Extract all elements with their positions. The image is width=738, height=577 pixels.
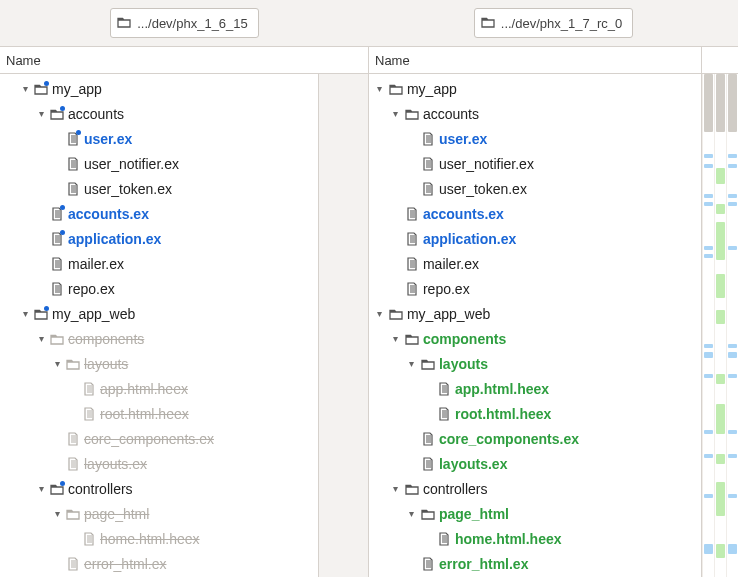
- tree-row[interactable]: ▸mailer.ex: [0, 251, 318, 276]
- right-path-selector[interactable]: .../dev/phx_1_7_rc_0: [474, 8, 633, 38]
- chevron-down-icon[interactable]: ▾: [389, 108, 403, 119]
- tree-row[interactable]: ▸app.html.heex: [0, 376, 318, 401]
- chevron-down-icon[interactable]: ▾: [389, 333, 403, 344]
- file-icon: [403, 282, 421, 296]
- chevron-down-icon[interactable]: ▾: [34, 108, 48, 119]
- file-icon: [64, 132, 82, 146]
- tree-item-label: accounts.ex: [421, 206, 504, 222]
- tree-row[interactable]: ▾my_app: [0, 76, 318, 101]
- tree-row[interactable]: ▾page_html: [0, 501, 318, 526]
- chevron-down-icon[interactable]: ▾: [34, 333, 48, 344]
- tree-row[interactable]: ▾accounts: [0, 101, 318, 126]
- minimap-block: [728, 194, 737, 198]
- folder-icon: [419, 508, 437, 520]
- tree-row[interactable]: ▸error_html.ex: [0, 551, 318, 576]
- minimap-block: [704, 544, 713, 554]
- tree-row[interactable]: ▸user.ex: [0, 126, 318, 151]
- tree-row[interactable]: ▾controllers: [0, 476, 318, 501]
- tree-row[interactable]: ▸accounts.ex: [369, 201, 701, 226]
- tree-row[interactable]: ▾controllers: [369, 476, 701, 501]
- tree-row[interactable]: ▾my_app_web: [0, 301, 318, 326]
- right-name-header[interactable]: Name: [369, 47, 702, 73]
- minimap-block: [704, 194, 713, 198]
- folder-icon: [387, 308, 405, 320]
- chevron-down-icon[interactable]: ▾: [389, 483, 403, 494]
- minimap-col-3[interactable]: [726, 74, 738, 577]
- tree-row[interactable]: ▾layouts: [0, 351, 318, 376]
- tree-row[interactable]: ▸home.html.heex: [0, 526, 318, 551]
- left-tree-pane[interactable]: ▾my_app▾accounts▸user.ex▸user_notifier.e…: [0, 74, 319, 577]
- tree-row[interactable]: ▸user_token.ex: [369, 176, 701, 201]
- chevron-down-icon[interactable]: ▾: [34, 483, 48, 494]
- tree-item-label: user_token.ex: [82, 181, 172, 197]
- minimap-block: [716, 274, 725, 298]
- tree-row[interactable]: ▸user_notifier.ex: [0, 151, 318, 176]
- tree-item-label: application.ex: [66, 231, 161, 247]
- tree-row[interactable]: ▸user.ex: [369, 126, 701, 151]
- tree-item-label: my_app_web: [405, 306, 490, 322]
- tree-row[interactable]: ▸repo.ex: [369, 276, 701, 301]
- minimap-col-1[interactable]: [702, 74, 714, 577]
- tree-row[interactable]: ▸root.html.heex: [0, 401, 318, 426]
- minimap-block: [716, 222, 725, 260]
- tree-row[interactable]: ▸accounts.ex: [0, 201, 318, 226]
- diff-minimap[interactable]: [701, 74, 738, 577]
- tree-row[interactable]: ▸core_components.ex: [0, 426, 318, 451]
- file-icon: [419, 182, 437, 196]
- tree-item-label: components: [421, 331, 506, 347]
- tree-row[interactable]: ▸application.ex: [0, 226, 318, 251]
- left-name-header[interactable]: Name: [0, 47, 369, 73]
- minimap-col-2[interactable]: [714, 74, 726, 577]
- chevron-down-icon[interactable]: ▾: [18, 308, 32, 319]
- folder-icon: [64, 358, 82, 370]
- file-icon: [64, 557, 82, 571]
- chevron-down-icon[interactable]: ▾: [405, 358, 419, 369]
- tree-item-label: home.html.heex: [453, 531, 562, 547]
- right-tree-pane[interactable]: ▾my_app▾accounts▸user.ex▸user_notifier.e…: [369, 74, 701, 577]
- minimap-block: [728, 430, 737, 434]
- tree-row[interactable]: ▸application.ex: [369, 226, 701, 251]
- minimap-block: [728, 494, 737, 498]
- tree-item-label: layouts.ex: [82, 456, 147, 472]
- chevron-down-icon[interactable]: ▾: [18, 83, 32, 94]
- tree-row[interactable]: ▾my_app: [369, 76, 701, 101]
- tree-row[interactable]: ▸layouts.ex: [0, 451, 318, 476]
- minimap-block: [704, 352, 713, 358]
- file-icon: [435, 407, 453, 421]
- minimap-block: [728, 352, 737, 358]
- minimap-block: [716, 544, 725, 558]
- minimap-block: [728, 164, 737, 168]
- left-path-selector[interactable]: .../dev/phx_1_6_15: [110, 8, 259, 38]
- file-icon: [48, 257, 66, 271]
- tree-row[interactable]: ▸layouts.ex: [369, 451, 701, 476]
- chevron-down-icon[interactable]: ▾: [373, 308, 387, 319]
- chevron-down-icon[interactable]: ▾: [373, 83, 387, 94]
- tree-row[interactable]: ▾page_html: [369, 501, 701, 526]
- chevron-down-icon[interactable]: ▾: [405, 508, 419, 519]
- tree-row[interactable]: ▸user_notifier.ex: [369, 151, 701, 176]
- minimap-block: [716, 404, 725, 434]
- tree-row[interactable]: ▸user_token.ex: [0, 176, 318, 201]
- tree-item-label: layouts: [82, 356, 128, 372]
- file-icon: [80, 407, 98, 421]
- tree-row[interactable]: ▸app.html.heex: [369, 376, 701, 401]
- chevron-down-icon[interactable]: ▾: [50, 358, 64, 369]
- chevron-down-icon[interactable]: ▾: [50, 508, 64, 519]
- tree-row[interactable]: ▸repo.ex: [0, 276, 318, 301]
- tree-item-label: user.ex: [437, 131, 487, 147]
- tree-row[interactable]: ▸core_components.ex: [369, 426, 701, 451]
- tree-row[interactable]: ▾layouts: [369, 351, 701, 376]
- tree-item-label: page_html: [437, 506, 509, 522]
- tree-row[interactable]: ▾components: [0, 326, 318, 351]
- folder-icon: [48, 333, 66, 345]
- tree-row[interactable]: ▸error_html.ex: [369, 551, 701, 576]
- tree-row[interactable]: ▾accounts: [369, 101, 701, 126]
- minimap-block: [716, 74, 725, 132]
- tree-row[interactable]: ▸home.html.heex: [369, 526, 701, 551]
- tree-row[interactable]: ▾my_app_web: [369, 301, 701, 326]
- minimap-block: [728, 202, 737, 206]
- tree-row[interactable]: ▸root.html.heex: [369, 401, 701, 426]
- tree-item-label: core_components.ex: [437, 431, 579, 447]
- tree-row[interactable]: ▸mailer.ex: [369, 251, 701, 276]
- tree-row[interactable]: ▾components: [369, 326, 701, 351]
